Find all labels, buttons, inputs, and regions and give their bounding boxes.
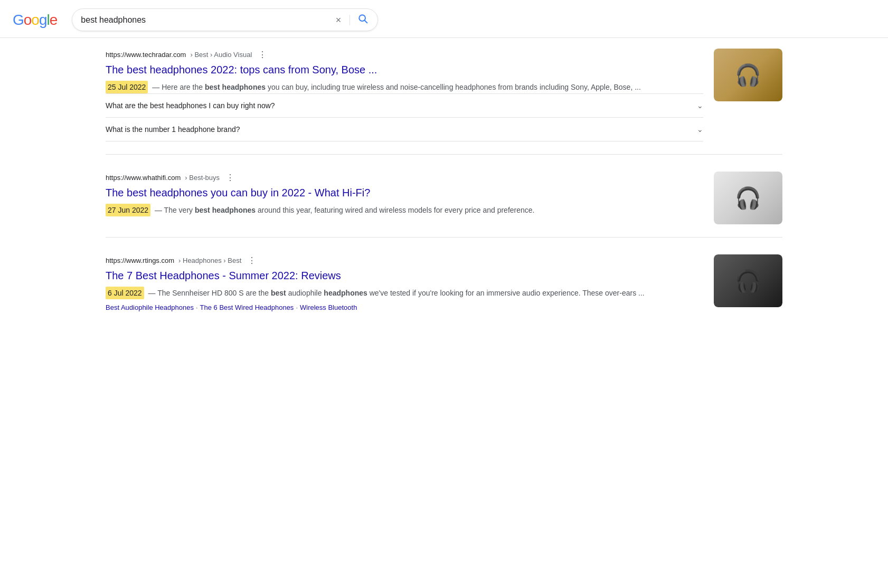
result-3-more-button[interactable]: ⋮ — [245, 254, 258, 267]
result-3-url[interactable]: https://www.rtings.com — [106, 257, 174, 264]
google-logo[interactable]: Google — [13, 12, 57, 29]
logo-letter-o1: o — [24, 12, 32, 29]
sub-link-dot-1: · — [196, 304, 198, 311]
result-2-snippet-after: around this year, featuring wired and wi… — [258, 206, 535, 214]
result-2-more-button[interactable]: ⋮ — [224, 172, 237, 184]
result-3-thumbnail-image — [714, 254, 782, 307]
search-result-1: https://www.techradar.com › Best › Audio… — [106, 49, 782, 155]
search-result-2: https://www.whathifi.com › Best-buys ⋮ T… — [106, 172, 782, 238]
result-2-url-row: https://www.whathifi.com › Best-buys ⋮ — [106, 172, 703, 184]
sub-link-3[interactable]: Wireless Bluetooth — [300, 304, 357, 311]
result-1-content: https://www.techradar.com › Best › Audio… — [106, 49, 703, 141]
faq-chevron-2: ⌄ — [697, 125, 703, 134]
search-input[interactable] — [81, 15, 329, 25]
result-3-snippet: 6 Jul 2022 — The Sennheiser HD 800 S are… — [106, 287, 703, 299]
result-3-url-row: https://www.rtings.com › Headphones › Be… — [106, 254, 703, 267]
result-1-more-button[interactable]: ⋮ — [256, 49, 269, 61]
sub-link-2[interactable]: The 6 Best Wired Headphones — [200, 304, 294, 311]
result-2-snippet: 27 Jun 2022 — The very best headphones a… — [106, 204, 703, 216]
faq-item-1[interactable]: What are the best headphones I can buy r… — [106, 93, 703, 117]
result-1-snippet: 25 Jul 2022 — Here are the best headphon… — [106, 81, 703, 93]
faq-item-2[interactable]: What is the number 1 headphone brand? ⌄ — [106, 117, 703, 141]
result-2-breadcrumb: › Best-buys — [185, 174, 220, 182]
sub-link-dot-2: · — [296, 304, 298, 311]
result-2-snippet-bold: best headphones — [195, 206, 256, 214]
result-1-faq: What are the best headphones I can buy r… — [106, 93, 703, 141]
faq-chevron-1: ⌄ — [697, 101, 703, 110]
faq-question-1: What are the best headphones I can buy r… — [106, 101, 275, 110]
result-2-snippet-before: — The very — [155, 206, 195, 214]
result-1-snippet-bold: best headphones — [205, 83, 266, 91]
result-3-content: https://www.rtings.com › Headphones › Be… — [106, 254, 703, 311]
result-2-content: https://www.whathifi.com › Best-buys ⋮ T… — [106, 172, 703, 216]
result-2-title[interactable]: The best headphones you can buy in 2022 … — [106, 186, 703, 200]
result-1-breadcrumb: › Best › Audio Visual — [190, 51, 252, 59]
result-3-breadcrumb: › Headphones › Best — [178, 257, 241, 264]
result-3-snippet-after-2: we've tested if you're looking for an im… — [370, 289, 645, 297]
header: Google × — [0, 0, 888, 38]
result-1-title[interactable]: The best headphones 2022: tops cans from… — [106, 63, 703, 77]
result-1-date: 25 Jul 2022 — [106, 81, 148, 93]
logo-letter-o2: o — [31, 12, 39, 29]
result-3-thumbnail — [714, 254, 782, 307]
search-divider — [349, 15, 350, 25]
result-3-snippet-bold-1: best — [271, 289, 286, 297]
faq-question-2: What is the number 1 headphone brand? — [106, 125, 240, 134]
svg-line-1 — [365, 21, 367, 23]
result-3-title[interactable]: The 7 Best Headphones - Summer 2022: Rev… — [106, 269, 703, 282]
result-3-date: 6 Jul 2022 — [106, 287, 144, 299]
result-1-thumbnail — [714, 49, 782, 101]
result-1-snippet-after: you can buy, including true wireless and… — [268, 83, 641, 91]
result-1-thumbnail-image — [714, 49, 782, 101]
result-3-snippet-before: — The Sennheiser HD 800 S are the — [148, 289, 271, 297]
sub-link-1[interactable]: Best Audiophile Headphones — [106, 304, 194, 311]
search-result-3: https://www.rtings.com › Headphones › Be… — [106, 254, 782, 324]
result-1-url-row: https://www.techradar.com › Best › Audio… — [106, 49, 703, 61]
result-2-url[interactable]: https://www.whathifi.com — [106, 174, 181, 182]
search-bar[interactable]: × — [72, 8, 378, 31]
result-2-thumbnail — [714, 172, 782, 224]
result-3-snippet-after-1: audiophile — [288, 289, 324, 297]
result-3-sub-links: Best Audiophile Headphones · The 6 Best … — [106, 304, 703, 311]
result-3-snippet-bold-2: headphones — [324, 289, 367, 297]
main-content: https://www.techradar.com › Best › Audio… — [0, 38, 888, 362]
result-1-snippet-before: — Here are the — [152, 83, 205, 91]
result-2-thumbnail-image — [714, 172, 782, 224]
result-2-date: 27 Jun 2022 — [106, 204, 150, 216]
result-1-url[interactable]: https://www.techradar.com — [106, 51, 186, 59]
logo-letter-g: G — [13, 12, 24, 29]
logo-letter-g2: g — [39, 12, 47, 29]
logo-letter-e: e — [50, 12, 58, 29]
search-clear-button[interactable]: × — [334, 15, 344, 25]
search-submit-icon[interactable] — [356, 13, 369, 26]
